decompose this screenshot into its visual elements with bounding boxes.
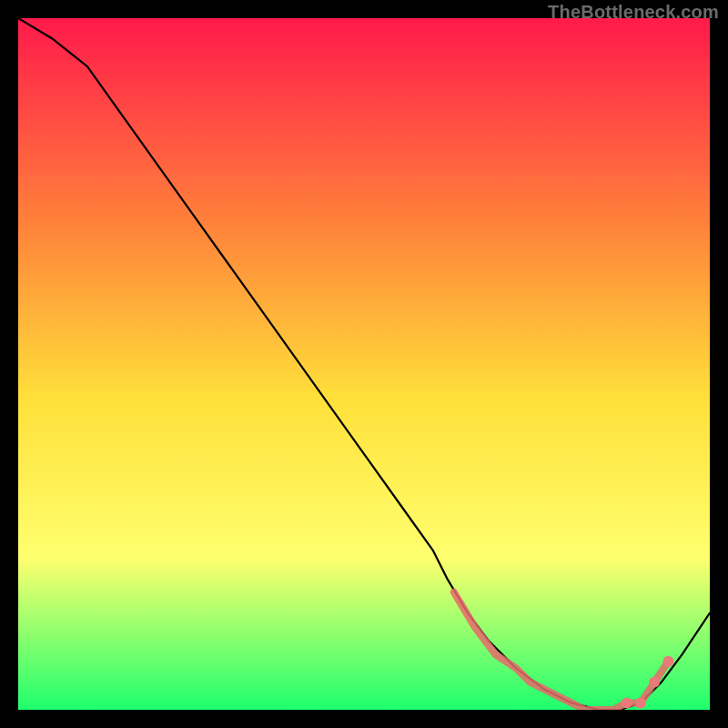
highlight-dot [622, 697, 632, 708]
highlight-dot [649, 677, 660, 688]
gradient-background [18, 18, 710, 710]
chart-frame: TheBottleneck.com [0, 0, 728, 728]
highlight-dot [635, 697, 646, 708]
bottleneck-chart [18, 18, 710, 710]
highlight-dot [662, 656, 673, 667]
